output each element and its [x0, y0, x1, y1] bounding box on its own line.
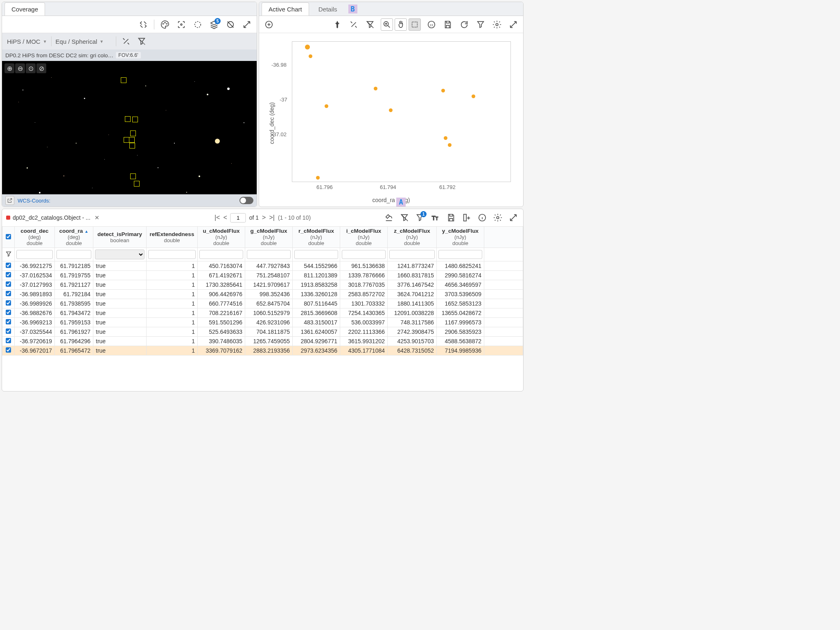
row-checkbox[interactable] — [6, 291, 11, 296]
tab-coverage[interactable]: Coverage — [5, 2, 45, 16]
object-marker[interactable] — [124, 137, 129, 143]
zoom-in-icon[interactable]: ⊕ — [5, 63, 14, 73]
object-marker[interactable] — [125, 116, 131, 122]
close-table-icon[interactable]: ✕ — [95, 214, 99, 221]
table-expand-icon[interactable] — [508, 212, 519, 223]
tools-icon[interactable] — [138, 19, 149, 30]
unlink-icon[interactable] — [120, 36, 132, 47]
table-row[interactable]: -36.992127561.7912185true1450.7163074447… — [2, 261, 523, 271]
zoom-out-icon[interactable]: ⊖ — [15, 63, 25, 73]
column-header[interactable]: g_cModelFlux(nJy)double — [245, 227, 293, 248]
filter-input[interactable] — [247, 250, 291, 259]
select-all-checkbox[interactable] — [6, 234, 11, 239]
last-page-icon[interactable]: >| — [269, 214, 275, 221]
column-header[interactable]: z_cModelFlux(nJy)double — [388, 227, 437, 248]
table-row[interactable]: -36.996921361.7959153true1591.5501296426… — [2, 318, 523, 327]
column-header[interactable]: y_cModelFlux(nJy)double — [437, 227, 484, 248]
page-input[interactable] — [230, 213, 246, 223]
column-header[interactable]: refExtendednessdouble — [147, 227, 198, 248]
select-mode-icon[interactable] — [409, 18, 421, 31]
refresh-icon[interactable] — [458, 19, 470, 30]
row-checkbox[interactable] — [6, 263, 11, 268]
expand-icon[interactable] — [241, 19, 253, 30]
object-marker[interactable] — [121, 77, 126, 83]
zoom-fit-icon[interactable]: ⊙ — [26, 63, 36, 73]
filter-row-icon[interactable] — [5, 251, 12, 257]
settings-icon[interactable] — [491, 19, 503, 30]
chart-clear-filter-icon[interactable] — [364, 19, 376, 30]
plot-point[interactable] — [309, 54, 312, 58]
object-marker[interactable] — [129, 137, 135, 143]
filter-input[interactable] — [438, 250, 482, 259]
popout-icon[interactable] — [5, 196, 14, 205]
palette-icon[interactable] — [159, 19, 171, 30]
column-header[interactable]: coord_ra ▲(deg)double — [55, 227, 93, 248]
filter-input[interactable] — [294, 250, 338, 259]
plot-point[interactable] — [316, 176, 320, 180]
filter-input[interactable] — [148, 250, 196, 259]
table-filter-icon[interactable]: 1 — [414, 212, 426, 223]
table-row[interactable]: -37.012799361.7921127true11730.328564114… — [2, 280, 523, 290]
tab-details[interactable]: Details — [312, 2, 344, 16]
object-marker[interactable] — [130, 130, 136, 136]
filter-select[interactable] — [95, 250, 145, 259]
prev-page-icon[interactable]: < — [223, 214, 227, 221]
layers-icon[interactable]: 5 — [208, 19, 220, 30]
table-row[interactable]: -37.016253461.7919755true1671.4192671751… — [2, 271, 523, 280]
row-checkbox[interactable] — [6, 338, 11, 343]
table-row[interactable]: -36.967201761.7965472true13369.707916228… — [2, 346, 523, 356]
add-chart-icon[interactable] — [263, 19, 275, 30]
plot-point[interactable] — [305, 45, 310, 50]
add-column-icon[interactable] — [461, 212, 472, 223]
plot-point[interactable] — [389, 108, 393, 112]
object-marker[interactable] — [132, 117, 138, 122]
filter-input[interactable] — [199, 250, 243, 259]
object-marker[interactable] — [130, 173, 136, 179]
filter-input[interactable] — [389, 250, 435, 259]
table-row[interactable]: -36.972061961.7964296true1390.7486035126… — [2, 337, 523, 346]
filter-input[interactable] — [56, 250, 91, 259]
chart-unlink-icon[interactable] — [348, 19, 359, 30]
filter-input[interactable] — [16, 250, 53, 259]
table-row[interactable]: -36.989189361.792184true1906.4426976998.… — [2, 290, 523, 299]
object-marker[interactable] — [134, 181, 140, 187]
plot-point[interactable] — [325, 104, 328, 108]
table-clear-filter-icon[interactable] — [399, 212, 410, 223]
chart-expand-icon[interactable] — [508, 19, 519, 30]
zoom-1x-icon[interactable]: ⊘ — [36, 63, 46, 73]
object-marker[interactable] — [129, 143, 135, 148]
data-table[interactable]: coord_dec(deg)doublecoord_ra ▲(deg)doubl… — [2, 226, 523, 391]
reset-zoom-icon[interactable]: 1X — [426, 19, 437, 30]
row-checkbox[interactable] — [6, 319, 11, 324]
first-page-icon[interactable]: |< — [215, 214, 220, 221]
plot-point[interactable] — [444, 136, 447, 140]
recenter-icon[interactable] — [176, 19, 187, 30]
plot-point[interactable] — [448, 143, 452, 147]
lock-icon[interactable] — [225, 19, 236, 30]
plot-point[interactable] — [472, 94, 475, 98]
tab-active-chart[interactable]: Active Chart — [262, 2, 309, 16]
microscope-icon[interactable] — [383, 212, 395, 223]
table-settings-icon[interactable] — [492, 212, 504, 223]
save-chart-icon[interactable] — [442, 19, 454, 30]
clear-filter-icon[interactable] — [136, 36, 147, 47]
save-table-icon[interactable] — [445, 212, 457, 223]
hips-moc-dropdown[interactable]: HiPS / MOC▼ — [7, 38, 47, 45]
table-row[interactable]: -36.988267661.7943472true1708.2216167106… — [2, 308, 523, 318]
table-row[interactable]: -37.032554461.7961927true1525.6493633704… — [2, 327, 523, 337]
scatter-plot[interactable]: coord_dec (deg) coord_ra (deg) A -36.98 … — [259, 33, 523, 207]
column-header[interactable]: r_cModelFlux(nJy)double — [293, 227, 340, 248]
column-header[interactable]: i_cModelFlux(nJy)double — [340, 227, 388, 248]
column-header[interactable]: u_cModelFlux(nJy)double — [198, 227, 245, 248]
column-header[interactable]: coord_dec(deg)double — [15, 227, 55, 248]
pin-icon[interactable] — [332, 19, 343, 30]
row-checkbox[interactable] — [6, 310, 11, 315]
plot-point[interactable] — [441, 89, 445, 92]
pan-mode-icon[interactable] — [395, 18, 407, 31]
row-checkbox[interactable] — [6, 328, 11, 334]
row-checkbox[interactable] — [6, 272, 11, 277]
projection-dropdown[interactable]: Equ / Spherical▼ — [56, 38, 104, 45]
select-region-icon[interactable] — [192, 19, 203, 30]
row-checkbox[interactable] — [6, 281, 11, 287]
text-options-icon[interactable]: TT — [430, 212, 441, 223]
